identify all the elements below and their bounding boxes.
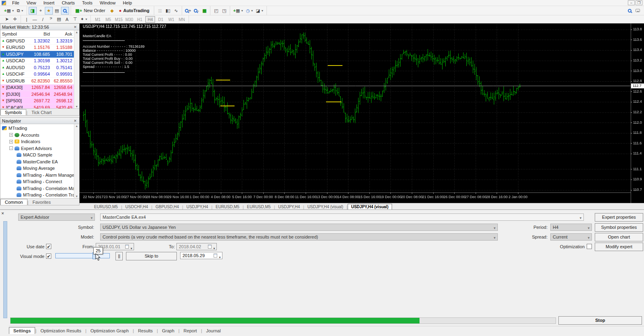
model-select[interactable]: Control points (a very crude method base… — [100, 233, 498, 241]
tester-tab-settings[interactable]: Settings — [9, 327, 35, 334]
market-watch-row-cac40[interactable]: ▼[CAC40]5419.695420.49 — [0, 104, 74, 108]
data-window-toggle-button[interactable]: ⌖ — [37, 7, 45, 15]
tree-toggle-icon[interactable]: + — [9, 133, 13, 137]
templates-button[interactable]: ◪▼ — [255, 7, 265, 15]
autotrading-button[interactable]: ●AutoTrading — [116, 7, 152, 15]
scripts-icon[interactable]: ◆ — [108, 7, 116, 15]
search-icon[interactable] — [628, 9, 631, 13]
menu-item-file[interactable]: File — [8, 0, 23, 6]
tab-symbols[interactable]: Symbols — [0, 109, 26, 115]
market-watch-scrollbar[interactable]: ▲▼ — [74, 30, 79, 108]
ea-file-select[interactable]: MasterCandle EA.ex4▼ — [100, 213, 584, 221]
new-order-button[interactable]: ▦+New Order — [73, 7, 108, 15]
optimization-checkbox[interactable] — [587, 244, 592, 249]
menu-item-tools[interactable]: Tools — [78, 0, 96, 6]
chart-tab-eurusd-m5-0[interactable]: EURUSD,M5 — [91, 204, 121, 209]
to-date-field[interactable]: 2018.04.02▼ — [176, 243, 217, 250]
terminal-toggle-button[interactable]: ▤ — [53, 7, 61, 15]
tester-tab-graph[interactable]: Graph — [158, 328, 178, 334]
timeframe-w1[interactable]: W1 — [166, 16, 176, 23]
navigator-item-mtrading-correlation-trac[interactable]: MTrading - Correlation Trac — [0, 192, 74, 198]
navigator-scrollbar[interactable]: ▲▼ — [74, 124, 79, 198]
expert-properties-button[interactable]: Expert properties — [595, 213, 643, 222]
market-watch-row-audusd[interactable]: ▲AUDUSD0.751230.75141 — [0, 64, 74, 71]
navigator-item-mtrading-correlation-mat[interactable]: MTrading - Correlation Mat — [0, 185, 74, 192]
chat-icon[interactable] — [636, 9, 640, 12]
timeframe-m5[interactable]: M5 — [103, 16, 113, 23]
navigator-item-expert-advisors[interactable]: -Expert Advisors — [0, 145, 74, 152]
skip-to-date-field[interactable]: 2018.05.29▼ — [180, 252, 222, 259]
market-watch-row-usdchf[interactable]: ▲USDCHF0.995640.99591 — [0, 71, 74, 78]
market-watch-row-dji30[interactable]: ▼[DJI30]24546.9424548.94 — [0, 91, 74, 98]
use-date-checkbox[interactable]: ✔ — [46, 244, 51, 249]
trendline-tool-button[interactable]: / — [39, 15, 47, 23]
horizontal-line-tool-button[interactable]: — — [31, 15, 39, 23]
shapes-tool-button[interactable]: ✦▼ — [79, 15, 89, 23]
symbol-properties-button[interactable]: Symbol properties — [595, 223, 643, 232]
pause-button[interactable]: || — [115, 252, 123, 260]
market-watch-row-usdjpy[interactable]: ▲USDJPY108.685108.701 — [0, 51, 74, 58]
tester-tab-optimization-results[interactable]: Optimization Results — [36, 328, 85, 334]
chart-tab-usdjpy-h4-visual-8[interactable]: USDJPY,H4 (visual) — [348, 204, 392, 209]
timeframe-m15[interactable]: M15 — [114, 16, 124, 23]
market-watch-row-dax30[interactable]: ▼[DAX30]12657.8412658.64 — [0, 85, 74, 91]
navigator-item-mtrading-alarm-manager[interactable]: MTrading - Alarm Manager — [0, 172, 74, 179]
period-select[interactable]: H4▼ — [550, 224, 592, 231]
menu-item-help[interactable]: Help — [119, 0, 136, 6]
price-chart-canvas[interactable] — [80, 23, 644, 203]
periods-button[interactable]: ◷▼ — [245, 7, 255, 15]
tester-tab-report[interactable]: Report — [180, 328, 201, 334]
cursor-tool-button[interactable]: ➤ — [3, 15, 11, 23]
open-chart-button[interactable]: Open chart — [595, 233, 643, 241]
candlestick-chart-button[interactable]: ▮▯ — [164, 7, 172, 15]
timeframe-mn[interactable]: MN — [177, 16, 187, 23]
close-icon[interactable]: ✕ — [73, 25, 78, 29]
menu-item-insert[interactable]: Insert — [40, 0, 58, 6]
chart-tab-usdjpy-h4-visual-7[interactable]: USDJPY,H4 (visual) — [304, 204, 346, 209]
timeframe-h1[interactable]: H1 — [135, 16, 145, 23]
chart-tab-usdchf-h4-1[interactable]: USDCHF,H4 — [122, 204, 151, 209]
vertical-line-tool-button[interactable]: | — [23, 15, 31, 23]
stop-button[interactable]: Stop — [558, 316, 642, 325]
symbol-select[interactable]: USDJPY, US Dollar vs Japanese Yen▼ — [100, 224, 498, 231]
text-tool-button[interactable]: A — [63, 15, 71, 23]
menu-item-charts[interactable]: Charts — [58, 0, 78, 6]
bar-chart-button[interactable]: 𝄙 — [156, 7, 164, 15]
channels-tool-button[interactable]: ▤ — [55, 15, 63, 23]
restore-button[interactable]: ❐ — [636, 0, 642, 5]
navigator-item-mtrading-connect[interactable]: MTrading - Connect — [0, 178, 74, 185]
timeframe-m30[interactable]: M30 — [124, 16, 134, 23]
zoom-in-button[interactable]: + — [184, 7, 192, 15]
indicators-button[interactable]: +▦▼ — [232, 7, 245, 15]
chart-tab-gbpusd-h4-2[interactable]: GBPUSD,H4 — [152, 204, 182, 209]
tester-tab-results[interactable]: Results — [134, 328, 157, 334]
zoom-out-button[interactable]: - — [192, 7, 200, 15]
navigator-item-mtrading[interactable]: MTrading — [0, 125, 74, 132]
timeframe-d1[interactable]: D1 — [156, 16, 166, 23]
tile-windows-button[interactable]: ▦ — [200, 7, 208, 15]
text-label-tool-button[interactable]: ⊤ — [71, 15, 79, 23]
chart-tab-eurusd-m5-4[interactable]: EURUSD,M5 — [212, 204, 243, 209]
navigator-item-macd-sample[interactable]: MACD Sample — [0, 152, 74, 158]
tab-common[interactable]: Common — [0, 199, 27, 205]
chart-tab-usdjpy-h4-3[interactable]: USDJPY,H4 — [183, 204, 212, 209]
tester-tab-journal[interactable]: Journal — [202, 328, 225, 334]
menu-item-view[interactable]: View — [23, 0, 40, 6]
crosshair-tool-button[interactable]: ✛ — [11, 15, 19, 23]
arrange-right-button[interactable]: ◳ — [220, 7, 228, 15]
chart-tab-usdjpy-h4-6[interactable]: USDJPY,H4 — [275, 204, 303, 209]
close-icon[interactable]: ✕ — [73, 119, 78, 123]
navigator-toggle-button[interactable]: ★ — [45, 7, 53, 15]
tree-toggle-icon[interactable]: + — [9, 140, 13, 144]
strategy-tester-toggle-button[interactable] — [61, 7, 69, 15]
market-watch-row-usdrub[interactable]: ▼USDRUB62.8235062.85550 — [0, 78, 74, 85]
navigator-item-moving-average[interactable]: Moving Average — [0, 165, 74, 172]
tree-toggle-icon[interactable]: - — [9, 146, 13, 150]
visual-mode-checkbox[interactable]: ✔ — [46, 254, 51, 259]
market-watch-row-gbpusd[interactable]: ▲GBPUSD1.323021.32319 — [0, 38, 74, 44]
profiles-button[interactable]: ⧉▼ — [16, 7, 25, 15]
close-icon[interactable]: ✕ — [1, 211, 4, 216]
arrange-left-button[interactable]: ◰ — [212, 7, 220, 15]
menu-item-window[interactable]: Window — [96, 0, 119, 6]
navigator-item-mastercandle-ea[interactable]: MasterCandle EA — [0, 158, 74, 165]
